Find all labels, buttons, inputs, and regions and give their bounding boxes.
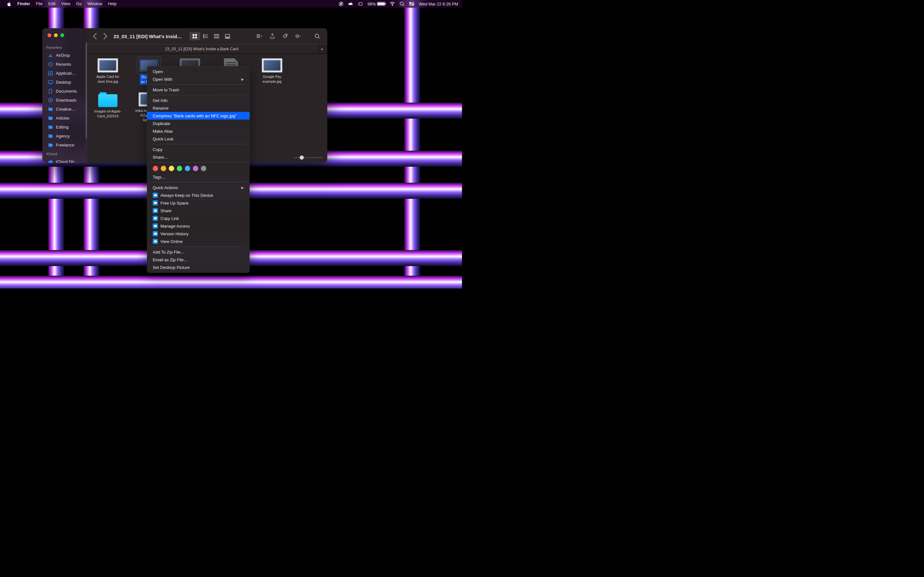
status-cloud-icon[interactable] bbox=[348, 1, 353, 6]
sidebar-item[interactable]: iCloud Dri… bbox=[44, 157, 86, 163]
tag-color[interactable] bbox=[169, 166, 174, 171]
sidebar-item[interactable]: Agency bbox=[44, 131, 86, 140]
tag-color-row bbox=[147, 164, 250, 173]
menu-item[interactable]: Copy Link bbox=[147, 214, 250, 222]
image-thumbnail bbox=[262, 58, 282, 73]
menu-item-label: Make Alias bbox=[153, 129, 173, 134]
tag-color[interactable] bbox=[193, 166, 198, 171]
menu-item[interactable]: Make Alias bbox=[147, 127, 250, 135]
menu-item-label: Share bbox=[160, 208, 172, 213]
menu-item[interactable]: View Online bbox=[147, 237, 250, 245]
sidebar-item[interactable]: Editing bbox=[44, 122, 86, 131]
cloud-icon bbox=[153, 239, 158, 244]
view-columns-button[interactable] bbox=[211, 32, 222, 40]
menu-item-label: Duplicate bbox=[153, 121, 170, 126]
menu-item[interactable]: Email as Zip File... bbox=[147, 256, 250, 263]
forward-button[interactable] bbox=[102, 32, 108, 40]
menu-item[interactable]: Set Desktop Picture bbox=[147, 263, 250, 271]
sidebar-item[interactable]: Documents bbox=[44, 87, 86, 95]
menu-item[interactable]: Free Up Space bbox=[147, 199, 250, 207]
menu-item[interactable]: Share… bbox=[147, 153, 250, 161]
menu-item[interactable]: Always Keep on This Device bbox=[147, 191, 250, 199]
tag-color[interactable] bbox=[177, 166, 182, 171]
tags-button[interactable] bbox=[280, 32, 291, 40]
menu-item[interactable]: Copy bbox=[147, 145, 250, 153]
menu-window[interactable]: Window bbox=[84, 0, 105, 8]
menu-item[interactable]: Duplicate bbox=[147, 119, 250, 127]
menu-item[interactable]: Tags… bbox=[147, 173, 250, 181]
menu-item[interactable]: Rename bbox=[147, 104, 250, 112]
view-list-button[interactable] bbox=[200, 32, 211, 40]
tag-color[interactable] bbox=[185, 166, 190, 171]
status-spotlight-icon[interactable] bbox=[399, 1, 405, 6]
sidebar-item[interactable]: Recents bbox=[44, 60, 86, 69]
sidebar-item[interactable]: Downloads bbox=[44, 95, 86, 105]
menu-item[interactable]: Manage Access bbox=[147, 222, 250, 230]
group-button[interactable] bbox=[254, 32, 265, 40]
tag-color[interactable] bbox=[153, 166, 158, 171]
menu-go[interactable]: Go bbox=[73, 0, 84, 8]
file-item[interactable]: Apple Card for Jane Doe.jpg bbox=[94, 58, 122, 85]
file-item[interactable]: Google Pay example.jpg bbox=[258, 58, 286, 85]
app-menu[interactable]: Finder bbox=[15, 0, 33, 8]
file-item[interactable]: Images-of-Apple-Card_032519 bbox=[94, 92, 122, 123]
menu-item[interactable]: Compress "Bank cards with an NFC logo.jp… bbox=[147, 112, 250, 119]
sidebar-item[interactable]: AirDrop bbox=[44, 51, 86, 60]
status-controlcenter-icon[interactable] bbox=[409, 1, 414, 6]
sidebar-item-icon bbox=[47, 133, 53, 139]
status-wifi-icon[interactable] bbox=[390, 1, 395, 6]
sidebar-item[interactable]: Desktop bbox=[44, 77, 86, 87]
menu-separator bbox=[150, 247, 246, 247]
search-button[interactable] bbox=[312, 32, 323, 40]
menu-item[interactable]: Open bbox=[147, 68, 250, 75]
svg-point-40 bbox=[286, 35, 286, 35]
menu-item-label: Copy Link bbox=[160, 216, 179, 221]
menu-edit[interactable]: Edit bbox=[45, 0, 58, 8]
sidebar-item-label: iCloud Dri… bbox=[56, 159, 78, 163]
tag-color[interactable] bbox=[201, 166, 206, 171]
new-tab-button[interactable]: ＋ bbox=[317, 45, 327, 53]
share-button[interactable] bbox=[267, 32, 278, 40]
menu-item-label: Email as Zip File... bbox=[153, 258, 187, 262]
menu-item[interactable]: Quick Actions▶ bbox=[147, 184, 250, 191]
status-datetime[interactable]: Wed Mar 22 6:26 PM bbox=[419, 2, 458, 6]
menu-item[interactable]: Get Info bbox=[147, 97, 250, 104]
status-stagemanager-icon[interactable] bbox=[358, 1, 363, 6]
close-button[interactable] bbox=[47, 33, 51, 37]
sidebar-item[interactable]: Applicati… bbox=[44, 69, 86, 77]
menu-item[interactable]: Add To Zip File... bbox=[147, 248, 250, 256]
menu-separator bbox=[150, 144, 246, 144]
icon-size-slider[interactable] bbox=[294, 155, 323, 160]
window-title: 23_03_11 [EDI] What's Inside… bbox=[113, 34, 184, 39]
menu-item[interactable]: Open With▶ bbox=[147, 75, 250, 83]
view-icons-button[interactable] bbox=[189, 32, 200, 40]
status-battery[interactable]: 99% bbox=[367, 2, 385, 6]
tag-color[interactable] bbox=[161, 166, 166, 171]
sidebar-item[interactable]: Creative… bbox=[44, 105, 86, 113]
menu-view[interactable]: View bbox=[58, 0, 73, 8]
zoom-button[interactable] bbox=[60, 33, 64, 37]
svg-point-7 bbox=[392, 5, 393, 6]
sidebar-item-label: Documents bbox=[56, 89, 77, 93]
back-button[interactable] bbox=[92, 32, 99, 40]
sidebar-item-icon bbox=[47, 142, 53, 148]
sidebar-item[interactable]: Freelance bbox=[44, 140, 86, 149]
menu-item[interactable]: Share bbox=[147, 207, 250, 214]
menu-help[interactable]: Help bbox=[105, 0, 120, 8]
svg-rect-29 bbox=[214, 34, 219, 38]
view-gallery-button[interactable] bbox=[222, 32, 233, 40]
sidebar-item-label: Applicati… bbox=[56, 71, 76, 76]
sidebar-item[interactable]: Articles bbox=[44, 113, 86, 122]
menu-item-label: Free Up Space bbox=[160, 201, 188, 205]
action-button[interactable] bbox=[292, 32, 304, 40]
minimize-button[interactable] bbox=[54, 33, 58, 37]
tab[interactable]: 23_03_11 [EDI] What's Inside a Bank Card bbox=[87, 45, 317, 53]
image-thumbnail bbox=[97, 58, 118, 73]
menu-item[interactable]: Move to Trash bbox=[147, 86, 250, 93]
menu-file[interactable]: File bbox=[33, 0, 45, 8]
menu-item[interactable]: Version History bbox=[147, 230, 250, 237]
status-screenrec-icon[interactable] bbox=[338, 1, 344, 6]
apple-menu[interactable] bbox=[4, 2, 15, 6]
file-label: Google Pay example.jpg bbox=[258, 74, 286, 84]
menu-item[interactable]: Quick Look bbox=[147, 135, 250, 143]
